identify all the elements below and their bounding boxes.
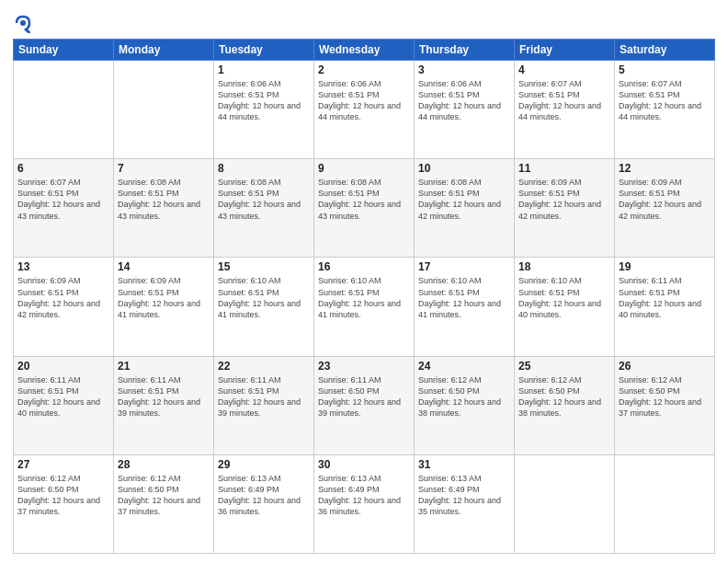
day-number: 3 (418, 63, 510, 76)
calendar-cell: 25Sunrise: 6:12 AM Sunset: 6:50 PM Dayli… (515, 356, 615, 454)
calendar-cell: 4Sunrise: 6:07 AM Sunset: 6:51 PM Daylig… (515, 61, 615, 159)
calendar-cell: 12Sunrise: 6:09 AM Sunset: 6:51 PM Dayli… (615, 159, 715, 258)
calendar-cell: 27Sunrise: 6:12 AM Sunset: 6:50 PM Dayli… (14, 454, 114, 553)
calendar-cell: 6Sunrise: 6:07 AM Sunset: 6:51 PM Daylig… (14, 159, 114, 258)
cell-info: Sunrise: 6:06 AM Sunset: 6:51 PM Dayligh… (318, 78, 410, 123)
cell-info: Sunrise: 6:08 AM Sunset: 6:51 PM Dayligh… (318, 177, 410, 222)
calendar-page: SundayMondayTuesdayWednesdayThursdayFrid… (0, 0, 728, 563)
day-header-friday: Friday (515, 40, 615, 61)
calendar-cell: 18Sunrise: 6:10 AM Sunset: 6:51 PM Dayli… (515, 258, 615, 356)
calendar-cell: 9Sunrise: 6:08 AM Sunset: 6:51 PM Daylig… (314, 159, 415, 258)
logo-icon (13, 13, 33, 33)
week-row-1: 1Sunrise: 6:06 AM Sunset: 6:51 PM Daylig… (14, 61, 715, 159)
cell-info: Sunrise: 6:12 AM Sunset: 6:50 PM Dayligh… (518, 374, 610, 419)
cell-info: Sunrise: 6:13 AM Sunset: 6:49 PM Dayligh… (218, 473, 310, 518)
calendar-cell (14, 61, 114, 159)
cell-info: Sunrise: 6:08 AM Sunset: 6:51 PM Dayligh… (118, 177, 210, 222)
calendar-cell: 30Sunrise: 6:13 AM Sunset: 6:49 PM Dayli… (314, 454, 415, 553)
day-number: 11 (518, 162, 610, 175)
calendar-cell: 8Sunrise: 6:08 AM Sunset: 6:51 PM Daylig… (214, 159, 314, 258)
cell-info: Sunrise: 6:11 AM Sunset: 6:51 PM Dayligh… (17, 374, 109, 419)
calendar-cell: 19Sunrise: 6:11 AM Sunset: 6:51 PM Dayli… (615, 258, 715, 356)
cell-info: Sunrise: 6:11 AM Sunset: 6:51 PM Dayligh… (218, 374, 310, 419)
cell-info: Sunrise: 6:10 AM Sunset: 6:51 PM Dayligh… (318, 275, 410, 320)
day-number: 14 (118, 260, 210, 273)
day-number: 21 (118, 360, 210, 373)
calendar-cell: 11Sunrise: 6:09 AM Sunset: 6:51 PM Dayli… (515, 159, 615, 258)
day-number: 4 (518, 63, 610, 76)
cell-info: Sunrise: 6:06 AM Sunset: 6:51 PM Dayligh… (218, 78, 310, 123)
day-number: 24 (418, 360, 510, 373)
cell-info: Sunrise: 6:10 AM Sunset: 6:51 PM Dayligh… (218, 275, 310, 320)
day-number: 6 (17, 162, 109, 175)
calendar-cell: 5Sunrise: 6:07 AM Sunset: 6:51 PM Daylig… (615, 61, 715, 159)
day-number: 22 (218, 360, 310, 373)
cell-info: Sunrise: 6:06 AM Sunset: 6:51 PM Dayligh… (418, 78, 510, 123)
cell-info: Sunrise: 6:12 AM Sunset: 6:50 PM Dayligh… (17, 473, 109, 518)
day-number: 29 (218, 458, 310, 471)
day-number: 13 (17, 260, 109, 273)
calendar-cell: 2Sunrise: 6:06 AM Sunset: 6:51 PM Daylig… (314, 61, 415, 159)
day-header-monday: Monday (114, 40, 214, 61)
cell-info: Sunrise: 6:07 AM Sunset: 6:51 PM Dayligh… (17, 177, 109, 222)
calendar-cell: 1Sunrise: 6:06 AM Sunset: 6:51 PM Daylig… (214, 61, 314, 159)
cell-info: Sunrise: 6:11 AM Sunset: 6:51 PM Dayligh… (118, 374, 210, 419)
calendar-cell: 15Sunrise: 6:10 AM Sunset: 6:51 PM Dayli… (214, 258, 314, 356)
svg-point-0 (20, 20, 26, 26)
day-number: 19 (619, 260, 711, 273)
week-row-4: 20Sunrise: 6:11 AM Sunset: 6:51 PM Dayli… (14, 356, 715, 454)
day-number: 18 (518, 260, 610, 273)
day-number: 5 (619, 63, 711, 76)
calendar-cell: 31Sunrise: 6:13 AM Sunset: 6:49 PM Dayli… (415, 454, 515, 553)
week-row-5: 27Sunrise: 6:12 AM Sunset: 6:50 PM Dayli… (14, 454, 715, 553)
cell-info: Sunrise: 6:08 AM Sunset: 6:51 PM Dayligh… (218, 177, 310, 222)
day-number: 25 (518, 360, 610, 373)
day-number: 8 (218, 162, 310, 175)
day-number: 28 (118, 458, 210, 471)
calendar-cell: 28Sunrise: 6:12 AM Sunset: 6:50 PM Dayli… (114, 454, 214, 553)
calendar-cell: 22Sunrise: 6:11 AM Sunset: 6:51 PM Dayli… (214, 356, 314, 454)
cell-info: Sunrise: 6:11 AM Sunset: 6:50 PM Dayligh… (318, 374, 410, 419)
day-number: 9 (318, 162, 410, 175)
day-header-thursday: Thursday (415, 40, 515, 61)
cell-info: Sunrise: 6:13 AM Sunset: 6:49 PM Dayligh… (318, 473, 410, 518)
cell-info: Sunrise: 6:09 AM Sunset: 6:51 PM Dayligh… (619, 177, 711, 222)
day-header-wednesday: Wednesday (314, 40, 415, 61)
calendar-cell: 21Sunrise: 6:11 AM Sunset: 6:51 PM Dayli… (114, 356, 214, 454)
day-number: 7 (118, 162, 210, 175)
cell-info: Sunrise: 6:07 AM Sunset: 6:51 PM Dayligh… (518, 78, 610, 123)
calendar-cell (615, 454, 715, 553)
day-number: 31 (418, 458, 510, 471)
cell-info: Sunrise: 6:11 AM Sunset: 6:51 PM Dayligh… (619, 275, 711, 320)
cell-info: Sunrise: 6:12 AM Sunset: 6:50 PM Dayligh… (418, 374, 510, 419)
cell-info: Sunrise: 6:09 AM Sunset: 6:51 PM Dayligh… (518, 177, 610, 222)
day-number: 30 (318, 458, 410, 471)
calendar-cell: 23Sunrise: 6:11 AM Sunset: 6:50 PM Dayli… (314, 356, 415, 454)
calendar-cell: 14Sunrise: 6:09 AM Sunset: 6:51 PM Dayli… (114, 258, 214, 356)
calendar-cell: 20Sunrise: 6:11 AM Sunset: 6:51 PM Dayli… (14, 356, 114, 454)
cell-info: Sunrise: 6:07 AM Sunset: 6:51 PM Dayligh… (619, 78, 711, 123)
cell-info: Sunrise: 6:12 AM Sunset: 6:50 PM Dayligh… (619, 374, 711, 419)
calendar-cell: 10Sunrise: 6:08 AM Sunset: 6:51 PM Dayli… (415, 159, 515, 258)
day-number: 16 (318, 260, 410, 273)
day-number: 12 (619, 162, 711, 175)
week-row-2: 6Sunrise: 6:07 AM Sunset: 6:51 PM Daylig… (14, 159, 715, 258)
day-number: 27 (17, 458, 109, 471)
day-header-sunday: Sunday (14, 40, 114, 61)
cell-info: Sunrise: 6:12 AM Sunset: 6:50 PM Dayligh… (118, 473, 210, 518)
cell-info: Sunrise: 6:13 AM Sunset: 6:49 PM Dayligh… (418, 473, 510, 518)
header (13, 9, 715, 33)
cell-info: Sunrise: 6:10 AM Sunset: 6:51 PM Dayligh… (518, 275, 610, 320)
cell-info: Sunrise: 6:09 AM Sunset: 6:51 PM Dayligh… (118, 275, 210, 320)
day-number: 26 (619, 360, 711, 373)
cell-info: Sunrise: 6:09 AM Sunset: 6:51 PM Dayligh… (17, 275, 109, 320)
calendar-cell: 24Sunrise: 6:12 AM Sunset: 6:50 PM Dayli… (415, 356, 515, 454)
calendar-cell: 26Sunrise: 6:12 AM Sunset: 6:50 PM Dayli… (615, 356, 715, 454)
calendar-cell: 13Sunrise: 6:09 AM Sunset: 6:51 PM Dayli… (14, 258, 114, 356)
calendar-cell: 29Sunrise: 6:13 AM Sunset: 6:49 PM Dayli… (214, 454, 314, 553)
calendar-cell: 7Sunrise: 6:08 AM Sunset: 6:51 PM Daylig… (114, 159, 214, 258)
calendar-cell: 16Sunrise: 6:10 AM Sunset: 6:51 PM Dayli… (314, 258, 415, 356)
week-row-3: 13Sunrise: 6:09 AM Sunset: 6:51 PM Dayli… (14, 258, 715, 356)
calendar-cell (114, 61, 214, 159)
day-number: 23 (318, 360, 410, 373)
